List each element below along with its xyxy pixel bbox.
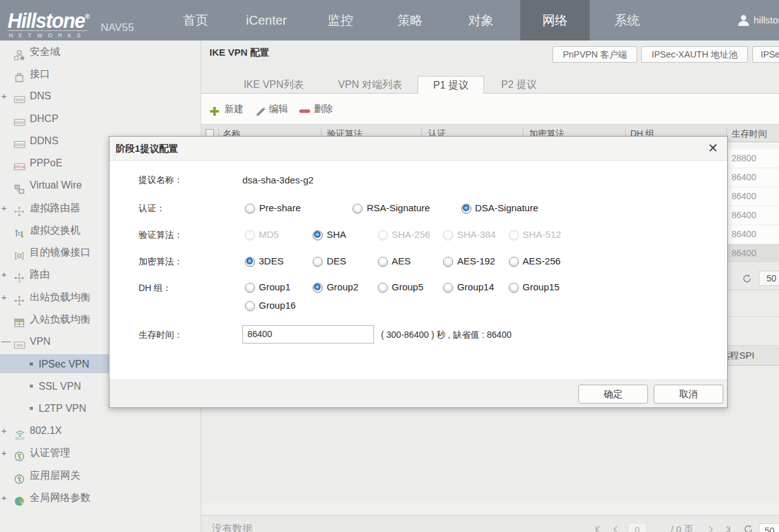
- svg-text:VPN: VPN: [16, 343, 23, 347]
- svg-text:DDNS: DDNS: [15, 142, 25, 146]
- svg-text:802.1X: 802.1X: [15, 436, 24, 440]
- svg-text:PPPoE: PPPoE: [15, 164, 25, 168]
- svg-text:DNS: DNS: [16, 98, 24, 102]
- svg-text:DHCP: DHCP: [15, 120, 25, 124]
